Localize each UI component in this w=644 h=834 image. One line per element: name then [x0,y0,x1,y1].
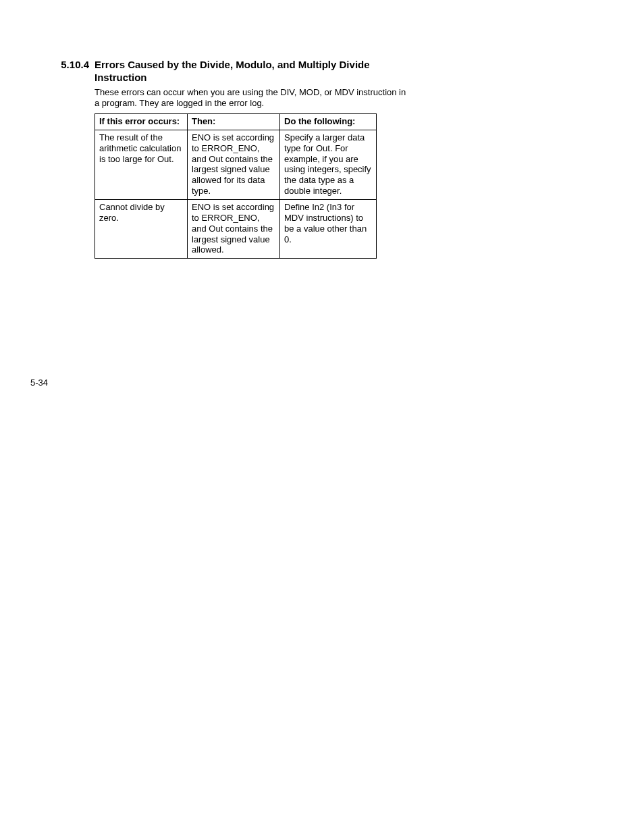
table-header-row: If this error occurs: Then: Do the follo… [95,114,377,130]
section-title: Errors Caused by the Divide, Modulo, and… [95,59,405,84]
cell: Define In2 (In3 for MDV instructions) to… [280,200,377,259]
table-row: Cannot divide by zero. ENO is set accord… [95,200,377,259]
cell: ENO is set according to ERROR_ENO, and O… [188,200,280,259]
cell: Cannot divide by zero. [95,200,188,259]
page-number: 5-34 [30,377,48,388]
header-col1: If this error occurs: [95,114,188,130]
header-col3: Do the following: [280,114,377,130]
page: 5.10.4 Errors Caused by the Divide, Modu… [0,0,644,834]
intro-paragraph: These errors can occur when you are usin… [95,87,412,109]
cell: Specify a larger data type for Out. For … [280,130,377,199]
table-row: The result of the arithmetic calculation… [95,130,377,199]
error-table: If this error occurs: Then: Do the follo… [95,113,377,259]
header-col2: Then: [188,114,280,130]
section-number: 5.10.4 [54,59,89,70]
cell: ENO is set according to ERROR_ENO, and O… [188,130,280,199]
cell: The result of the arithmetic calculation… [95,130,188,199]
